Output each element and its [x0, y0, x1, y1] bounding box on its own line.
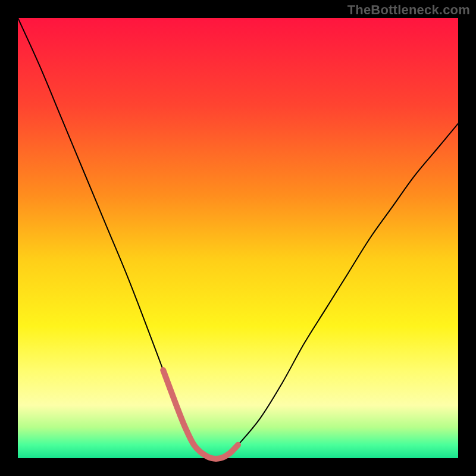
chart-frame: TheBottleneck.com [0, 0, 476, 476]
chart-background [18, 18, 458, 458]
watermark-text: TheBottleneck.com [347, 2, 470, 18]
bottleneck-chart [0, 0, 476, 476]
